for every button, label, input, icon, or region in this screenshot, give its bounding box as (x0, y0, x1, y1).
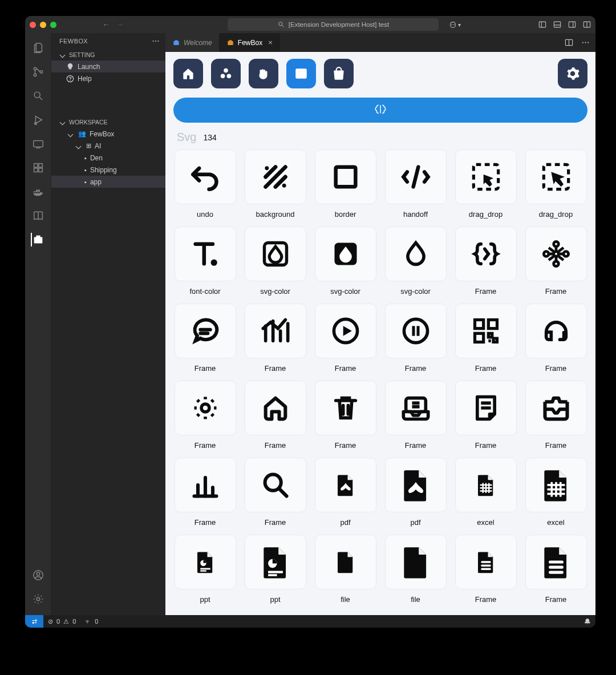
asset-excel[interactable]: excel (454, 458, 517, 527)
asset-background[interactable]: background (244, 149, 307, 219)
asset-Frame[interactable]: Frame (173, 458, 237, 527)
tab-fewbox[interactable]: FewBox× (220, 33, 280, 52)
asset-Frame[interactable]: Frame (524, 535, 587, 604)
asset-pdf[interactable]: pdf (314, 458, 377, 527)
asset-Frame[interactable]: Frame (524, 304, 587, 373)
explorer-icon[interactable] (31, 41, 45, 55)
account-icon[interactable] (31, 568, 45, 582)
close-icon[interactable]: × (268, 38, 273, 47)
asset-tile (175, 304, 236, 358)
asset-svg-color[interactable]: svg-color (244, 227, 307, 296)
asset-drag_drop[interactable]: drag_drop (454, 149, 517, 219)
ai-button[interactable] (173, 98, 587, 123)
toolbar-bag[interactable] (324, 59, 354, 88)
tab-welcome[interactable]: Welcome (165, 33, 220, 52)
asset-tile (385, 227, 447, 281)
asset-handoff[interactable]: handoff (384, 149, 447, 219)
ws-file-den[interactable]: ▪Den (51, 152, 165, 164)
asset-file[interactable]: file (314, 535, 377, 604)
file-sm-icon (334, 550, 358, 574)
net-icon (541, 239, 571, 269)
asset-Frame[interactable]: Frame (454, 535, 517, 604)
titlebar: ← → [Extension Development Host] test ▾ (25, 16, 595, 33)
toolbar-settings[interactable] (558, 59, 587, 88)
asset-Frame[interactable]: Frame (173, 381, 237, 450)
asset-label: Frame (194, 441, 216, 450)
toolbar-image[interactable] (286, 59, 316, 88)
search-icon[interactable] (31, 89, 45, 103)
layout-left-icon[interactable] (538, 21, 546, 29)
forward-icon[interactable]: → (116, 20, 124, 29)
scm-icon[interactable] (31, 65, 45, 79)
more-icon[interactable] (152, 37, 160, 45)
problems[interactable]: ⊘0 ⚠0 (43, 618, 80, 625)
asset-Frame[interactable]: Frame (244, 304, 307, 373)
ws-root[interactable]: 👥FewBox (51, 128, 165, 140)
asset-ppt[interactable]: ppt (244, 535, 307, 604)
asset-Frame[interactable]: Frame (314, 304, 377, 373)
asset-Frame[interactable]: Frame (454, 227, 517, 296)
toolbar-shapes[interactable] (211, 59, 241, 88)
asset-svg-color[interactable]: svg-color (314, 227, 377, 296)
zoom-window[interactable] (50, 22, 56, 28)
asset-label: svg-color (400, 287, 431, 296)
asset-label: Frame (475, 287, 497, 296)
file-lg-icon (398, 544, 433, 580)
asset-Frame[interactable]: Frame (454, 304, 517, 373)
asset-Frame[interactable]: Frame (244, 381, 307, 450)
remote-indicator[interactable]: ⇄ (25, 615, 43, 628)
asset-undo[interactable]: undo (173, 149, 237, 219)
asset-Frame[interactable]: Frame (244, 458, 307, 527)
layout-custom-icon[interactable] (583, 21, 591, 29)
asset-Frame[interactable]: Frame (454, 381, 517, 450)
command-center[interactable]: [Extension Development Host] test (228, 18, 439, 31)
asset-excel[interactable]: excel (524, 458, 587, 527)
ws-file-app[interactable]: ▪app (51, 176, 165, 188)
ports[interactable]: ᯤ0 (80, 618, 103, 625)
extensions-icon[interactable] (31, 161, 45, 175)
settings-icon[interactable] (31, 592, 45, 606)
remote-icon[interactable] (31, 137, 45, 151)
asset-file[interactable]: file (384, 535, 447, 604)
asset-border[interactable]: border (314, 149, 377, 219)
back-icon[interactable]: ← (102, 20, 110, 29)
asset-Frame[interactable]: Frame (173, 304, 237, 373)
section-setting[interactable]: SETTING (51, 49, 165, 60)
asset-Frame[interactable]: Frame (384, 304, 447, 373)
rocket-icon (66, 63, 74, 71)
layout-right-icon[interactable] (568, 21, 576, 29)
debug-icon[interactable] (31, 113, 45, 127)
bell-icon[interactable]: 🔔︎ (583, 617, 591, 626)
notepage-icon (471, 393, 501, 423)
more-icon[interactable] (581, 38, 590, 47)
sidebar-title: FEWBOX (59, 38, 88, 45)
asset-tile (245, 304, 306, 358)
asset-label: undo (197, 210, 213, 219)
toolbar-home[interactable] (173, 59, 203, 88)
sidebar-item-launch[interactable]: Launch (51, 60, 165, 72)
section-workspace[interactable]: WORKSPACE (51, 116, 165, 128)
asset-svg-color[interactable]: svg-color (384, 227, 447, 296)
ws-file-shipping[interactable]: ▪Shipping (51, 164, 165, 176)
asset-font-color[interactable]: font-color (173, 227, 237, 296)
toolbar-hand[interactable] (249, 59, 278, 88)
asset-tile (245, 381, 306, 435)
fewbox-icon[interactable] (31, 233, 44, 246)
ws-folder[interactable]: ⊞AI (51, 140, 165, 152)
asset-Frame[interactable]: Frame (524, 381, 587, 450)
close-window[interactable] (30, 22, 36, 28)
asset-tile (175, 381, 236, 435)
asset-Frame[interactable]: Frame (314, 381, 377, 450)
minimize-window[interactable] (40, 22, 46, 28)
docker-icon[interactable] (31, 185, 45, 199)
asset-ppt[interactable]: ppt (173, 535, 237, 604)
asset-Frame[interactable]: Frame (384, 381, 447, 450)
sidebar-item-help[interactable]: Help (51, 72, 165, 84)
copilot-icon[interactable] (449, 21, 457, 29)
asset-pdf[interactable]: pdf (384, 458, 447, 527)
asset-Frame[interactable]: Frame (524, 227, 587, 296)
book-icon[interactable] (31, 209, 45, 223)
layout-bottom-icon[interactable] (553, 21, 561, 29)
asset-drag_drop[interactable]: drag_drop (524, 149, 587, 219)
split-editor-icon[interactable] (565, 38, 573, 47)
